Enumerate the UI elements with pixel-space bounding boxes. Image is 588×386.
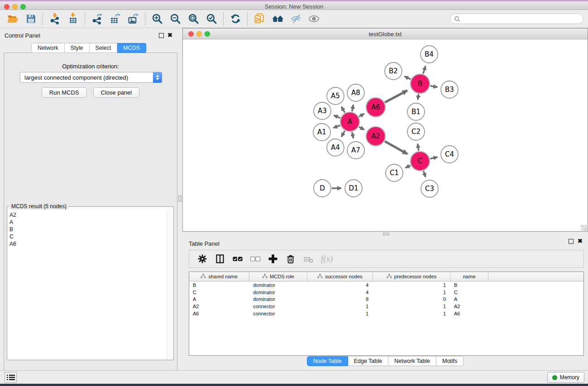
edge-C-C4[interactable] [430,157,437,159]
column-header-successor-nodes[interactable]: successor nodes [307,272,373,281]
vertical-split-divider[interactable] [177,28,182,370]
table-cell[interactable]: 1 [373,282,450,288]
task-history-button[interactable] [5,372,17,383]
table-cell[interactable]: A2 [189,304,249,309]
table-row[interactable]: Bdominator41B [189,281,583,289]
table-row[interactable]: Cdominator41C [189,289,583,296]
column-header-shared-name[interactable]: shared name [189,272,249,281]
table-body[interactable]: Bdominator41BCdominator41CAdominator80AA… [189,281,583,317]
show-all-button[interactable] [305,12,323,26]
edge-C-C2[interactable] [418,144,419,151]
table-cell[interactable]: A6 [189,311,249,316]
table-cell[interactable]: A2 [450,304,488,309]
import-table-button[interactable] [64,12,82,26]
mcds-result-item[interactable]: A2 [10,211,164,219]
delete-column-button[interactable] [284,253,297,265]
node-table[interactable]: shared nameMCDS rolesuccessor nodesprede… [189,272,584,356]
table-cell[interactable]: 1 [307,304,373,309]
table-cell[interactable]: C [450,290,488,295]
table-cell[interactable]: dominator [249,296,307,302]
search-field[interactable] [450,14,583,24]
table-cell[interactable]: 1 [307,311,373,316]
create-column-button[interactable] [266,253,280,265]
network-window-titlebar[interactable]: testGlobe.txt [183,29,588,39]
export-table-button[interactable] [106,12,124,26]
table-cell[interactable]: C [189,290,249,295]
table-row[interactable]: A2connector11A2 [189,303,583,310]
divider-handle[interactable] [383,233,389,235]
zoom-out-button[interactable] [166,12,184,26]
mcds-result-scrollbar[interactable] [167,210,173,359]
divider-handle[interactable] [178,195,182,202]
table-cell[interactable]: 4 [307,290,373,295]
edge-A-A7[interactable] [352,132,354,138]
memory-button[interactable]: Memory [547,372,584,383]
search-input[interactable] [460,16,583,22]
table-row[interactable]: A6connector11A6 [189,310,583,317]
column-header-predecessor-nodes[interactable]: predecessor nodes [373,272,450,281]
home-button[interactable] [268,12,287,26]
table-cell[interactable]: connector [249,311,307,316]
export-network-button[interactable] [88,12,106,26]
edge-A-A3[interactable] [334,115,340,118]
network-graph[interactable]: B4B2BB3A5A8A6A3B1AA1C2A2A4A7C4CC1DD1C3 [183,39,588,231]
show-column-button[interactable] [213,253,227,265]
mcds-result-item[interactable]: B [10,226,164,233]
unselect-all-columns-button[interactable] [249,253,262,265]
close-panel-button[interactable]: Close panel [93,87,140,98]
edge-A-A4[interactable] [341,131,345,137]
table-cell[interactable]: 1 [373,290,450,295]
table-cell[interactable]: 0 [373,296,450,302]
table-cell[interactable]: dominator [249,290,307,295]
tab-style[interactable]: Style [65,43,90,53]
tab-mcds[interactable]: MCDS [117,43,146,53]
hide-selected-button[interactable] [287,12,305,26]
mcds-result-list[interactable]: A2ABCA6 [8,210,166,359]
table-cell[interactable]: 8 [307,296,373,302]
new-network-from-selection-button[interactable] [250,12,268,26]
tab-motifs[interactable]: Motifs [436,356,464,366]
edge-A-A1[interactable] [333,125,340,128]
edge-C-C1[interactable] [406,166,411,168]
refresh-button[interactable] [226,12,244,26]
column-header-name[interactable]: name [450,272,488,281]
window-resize-grip[interactable] [581,225,587,231]
tab-edge-table[interactable]: Edge Table [348,356,388,366]
close-panel-icon[interactable]: ✖ [578,238,583,244]
edge-A-A2[interactable] [359,127,364,130]
edge-A2-C[interactable] [385,141,407,154]
column-header-MCDS-role[interactable]: MCDS role [249,272,307,281]
edge-A-A5[interactable] [341,107,345,113]
function-builder-button[interactable]: f(x) [321,254,333,264]
tab-node-table[interactable]: Node Table [307,356,348,366]
table-cell[interactable]: A [189,296,249,302]
zoom-fit-button[interactable] [184,12,202,26]
import-network-button[interactable] [46,12,64,26]
edge-C-C3[interactable] [423,171,425,177]
table-header-row[interactable]: shared nameMCDS rolesuccessor nodesprede… [189,272,583,281]
zoom-in-button[interactable] [148,12,166,26]
table-row[interactable]: Adominator80A [189,296,583,303]
horizontal-split-divider[interactable] [182,232,588,236]
edge-B-B4[interactable] [423,66,425,74]
close-panel-icon[interactable]: ✖ [167,32,172,38]
delete-table-button[interactable] [301,253,315,265]
optimization-criterion-select[interactable]: largest connected component (directed) [20,72,162,83]
mcds-result-item[interactable]: C [10,233,164,240]
open-session-button[interactable] [4,12,22,26]
table-cell[interactable]: dominator [249,282,307,288]
edge-B-B1[interactable] [418,94,419,100]
tab-select[interactable]: Select [90,43,118,53]
float-panel-icon[interactable] [159,33,164,38]
edge-A6-B[interactable] [385,91,407,102]
table-cell[interactable]: 1 [373,311,450,316]
save-session-button[interactable] [22,12,40,26]
edge-B-B3[interactable] [430,86,438,87]
tab-network-table[interactable]: Network Table [388,356,436,366]
table-cell[interactable]: 1 [373,304,450,309]
float-panel-icon[interactable] [569,239,574,244]
tab-network[interactable]: Network [31,43,65,53]
table-cell[interactable]: B [450,282,488,288]
table-cell[interactable]: connector [249,304,307,309]
table-cell[interactable]: A [450,296,488,302]
